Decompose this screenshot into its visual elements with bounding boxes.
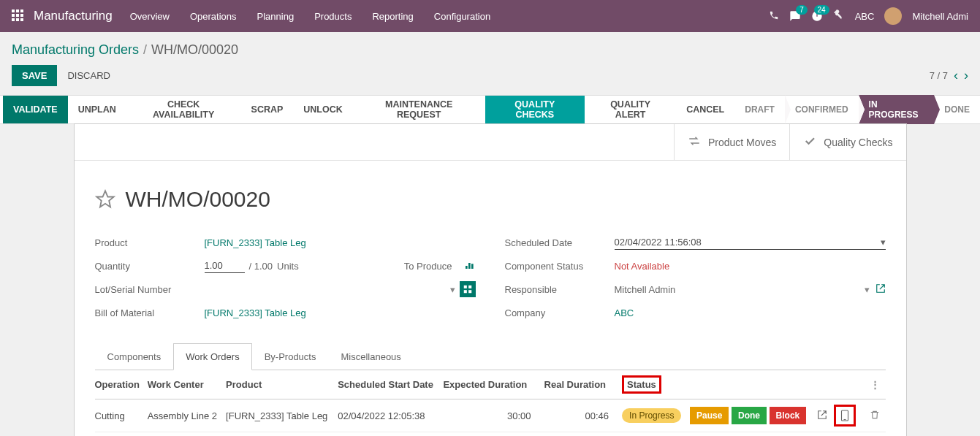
activity-badge: 24	[814, 5, 829, 15]
tab-by-products[interactable]: By-Products	[252, 343, 329, 370]
nav-configuration[interactable]: Configuration	[434, 11, 490, 22]
th-status: Status	[622, 370, 690, 399]
discard-button[interactable]: DISCARD	[57, 65, 121, 86]
breadcrumb: Manufacturing Orders / WH/MO/00020	[0, 32, 980, 65]
nav-products[interactable]: Products	[314, 11, 352, 22]
nav-overview[interactable]: Overview	[130, 11, 170, 22]
scheduled-label: Scheduled Date	[505, 237, 615, 248]
table-menu-icon[interactable]: ⋮	[870, 379, 880, 390]
bom-label: Bill of Material	[95, 307, 205, 318]
chart-icon[interactable]	[464, 260, 476, 272]
quality-alert-button[interactable]: QUALITY ALERT	[585, 96, 676, 123]
brand[interactable]: Manufacturing	[34, 9, 113, 23]
tools-icon[interactable]	[833, 9, 845, 23]
pause-button[interactable]: Pause	[690, 407, 729, 424]
th-operation: Operation	[95, 370, 148, 399]
check-availability-button[interactable]: CHECK AVAILABILITY	[126, 96, 241, 123]
scheduled-value[interactable]: 02/04/2022 11:56:08	[615, 237, 702, 248]
lot-dropdown-icon[interactable]: ▾	[450, 284, 455, 295]
product-label: Product	[95, 237, 205, 248]
sheet-head-buttons: Product Moves Quality Checks	[75, 124, 906, 161]
phone-icon[interactable]	[769, 10, 779, 23]
avatar[interactable]	[884, 7, 902, 25]
cell-work-center: Assembly Line 2	[148, 399, 226, 432]
row-external-link-icon[interactable]	[817, 411, 827, 422]
activity-icon[interactable]: 24	[811, 10, 823, 22]
stage-in-progress[interactable]: IN PROGRESS	[859, 95, 935, 124]
topbar-right: 7 24 ABC Mitchell Admi	[769, 7, 968, 25]
external-link-icon[interactable]	[875, 283, 886, 296]
svg-rect-2	[463, 290, 466, 293]
to-produce-label: To Produce	[404, 261, 460, 272]
pager-text: 7 / 7	[930, 70, 948, 81]
chat-icon[interactable]: 7	[789, 10, 801, 22]
stage-draft[interactable]: DRAFT	[734, 95, 785, 124]
cell-expected-duration: 30:00	[443, 399, 544, 432]
cell-operation: Cutting	[95, 399, 148, 432]
username[interactable]: Mitchell Admi	[912, 11, 968, 22]
delete-icon[interactable]	[870, 411, 880, 422]
grid-new-icon[interactable]	[460, 281, 476, 297]
quality-checks-button[interactable]: QUALITY CHECKS	[485, 96, 585, 123]
maintenance-request-button[interactable]: MAINTENANCE REQUEST	[353, 96, 485, 123]
svg-rect-1	[468, 286, 471, 288]
company-value[interactable]: ABC	[615, 307, 886, 318]
bom-value[interactable]: [FURN_2333] Table Leg	[205, 307, 476, 318]
pager: 7 / 7 ‹ ›	[930, 68, 968, 83]
th-real-duration: Real Duration	[544, 370, 623, 399]
responsible-value[interactable]: Mitchell Admin	[615, 284, 676, 295]
tabs: Components Work Orders By-Products Misce…	[95, 343, 886, 370]
tablet-icon[interactable]	[834, 405, 856, 427]
work-orders-table: Operation Work Center Product Scheduled …	[95, 370, 886, 436]
stage-done[interactable]: DONE	[934, 95, 980, 124]
lot-label: Lot/Serial Number	[95, 284, 205, 295]
company-label: Company	[505, 307, 615, 318]
form-sheet: Product Moves Quality Checks WH/MO/00020…	[74, 123, 907, 436]
th-work-center: Work Center	[148, 370, 226, 399]
th-product: Product	[226, 370, 338, 399]
cell-status: In Progress	[622, 408, 681, 423]
product-moves-button[interactable]: Product Moves	[674, 124, 789, 160]
unplan-button[interactable]: UNPLAN	[68, 96, 126, 123]
responsible-dropdown-icon[interactable]: ▾	[865, 284, 870, 295]
cancel-button[interactable]: CANCEL	[676, 96, 734, 123]
check-icon	[803, 134, 816, 150]
apps-icon[interactable]	[12, 9, 25, 23]
exchange-icon	[688, 134, 701, 150]
tab-work-orders[interactable]: Work Orders	[173, 343, 251, 370]
svg-rect-4	[841, 410, 848, 421]
th-scheduled-start: Scheduled Start Date	[338, 370, 443, 399]
nav-reporting[interactable]: Reporting	[372, 11, 413, 22]
quantity-unit: Units	[277, 261, 299, 272]
product-moves-label: Product Moves	[708, 137, 776, 148]
component-status-value: Not Available	[615, 261, 886, 272]
company-switcher[interactable]: ABC	[855, 11, 875, 22]
validate-button[interactable]: VALIDATE	[3, 96, 68, 123]
star-icon[interactable]	[95, 189, 115, 210]
scrap-button[interactable]: SCRAP	[241, 96, 294, 123]
th-expected-duration: Expected Duration	[443, 370, 544, 399]
cell-real-duration: 00:46	[544, 399, 623, 432]
done-button[interactable]: Done	[732, 407, 767, 424]
nav-operations[interactable]: Operations	[190, 11, 237, 22]
form-col-left: Product [FURN_2333] Table Leg Quantity 1…	[95, 232, 476, 326]
svg-rect-3	[468, 290, 471, 293]
table-row[interactable]: Cutting Assembly Line 2 [FURN_2333] Tabl…	[95, 399, 886, 432]
stage-confirmed[interactable]: CONFIRMED	[785, 95, 859, 124]
tab-components[interactable]: Components	[95, 343, 174, 370]
unlock-button[interactable]: UNLOCK	[293, 96, 352, 123]
product-value[interactable]: [FURN_2333] Table Leg	[205, 237, 476, 248]
statusbar: DRAFT CONFIRMED IN PROGRESS DONE	[734, 96, 980, 123]
nav-planning[interactable]: Planning	[257, 11, 295, 22]
tab-miscellaneous[interactable]: Miscellaneous	[328, 343, 413, 370]
cell-product: [FURN_2333] Table Leg	[226, 399, 338, 432]
actionbar: SAVE DISCARD 7 / 7 ‹ ›	[0, 65, 980, 95]
breadcrumb-parent[interactable]: Manufacturing Orders	[12, 42, 139, 58]
pager-prev-icon[interactable]: ‹	[954, 68, 958, 83]
quality-checks-sheet-button[interactable]: Quality Checks	[789, 124, 905, 160]
pager-next-icon[interactable]: ›	[964, 68, 968, 83]
quantity-input[interactable]: 1.00	[205, 259, 245, 273]
save-button[interactable]: SAVE	[12, 65, 57, 86]
block-button[interactable]: Block	[770, 407, 807, 424]
scheduled-dropdown-icon[interactable]: ▾	[881, 237, 886, 248]
